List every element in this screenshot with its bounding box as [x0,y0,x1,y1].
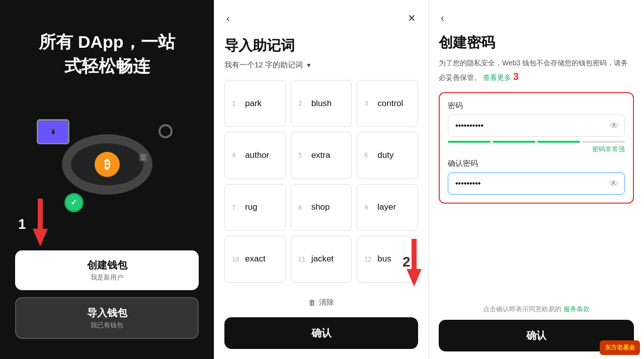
confirm-password-label: 确认密码 [448,159,625,168]
strength-label: 密码非常强 [448,145,625,154]
confirm-password-input[interactable] [448,173,624,194]
mnemonic-word-6[interactable]: 6 duty [357,132,418,178]
middle-confirm-button[interactable]: 确认 [224,317,418,349]
import-wallet-button[interactable]: 导入钱包 我已有钱包 [15,297,199,339]
bitcoin-icon: ₿ [95,152,120,177]
terms-link[interactable]: 服务条款 [564,305,590,313]
terms-text: 点击确认即表示同意欧易的 服务条款 [429,299,644,320]
middle-header: ‹ ✕ [214,0,428,31]
see-more-link[interactable]: 查看更多 [483,73,511,81]
mnemonic-word-7[interactable]: 7 rug [224,184,286,231]
mnemonic-word-8[interactable]: 8 shop [291,184,352,231]
close-icon[interactable]: ✕ [406,10,418,26]
mnemonic-type-selector[interactable]: 我有一个12 字的助记词 ▼ [214,58,428,77]
create-wallet-label: 创建钱包 [87,258,127,272]
create-wallet-sub: 我是新用户 [91,273,123,282]
mnemonic-word-12[interactable]: 12 bus [357,236,418,283]
mnemonic-word-11[interactable]: 11 jacket [291,236,352,283]
confirm-input-wrapper: 👁 [448,172,625,195]
mnemonic-word-1[interactable]: 1 park [224,80,286,127]
tablet-icon: 📱 [37,119,69,144]
strength-bar [448,141,625,143]
mnemonic-grid: 1 park 2 blush 3 control 4 author 5 extr… [214,77,428,293]
mnemonic-word-2[interactable]: 2 blush [291,80,352,127]
trash-icon: 🗑 [308,298,316,307]
mnemonic-word-3[interactable]: 3 control [357,80,418,127]
create-wallet-button[interactable]: 创建钱包 我是新用户 [15,250,199,290]
strength-seg-4 [582,141,625,143]
password-input-wrapper: 👁 [448,115,625,137]
chevron-down-icon: ▼ [306,62,312,69]
wallet-buttons: 创建钱包 我是新用户 导入钱包 我已有钱包 [15,250,199,339]
right-header: ‹ [429,0,644,31]
watermark: 东方老基金 [600,340,640,355]
circle-decoration [158,124,173,138]
import-wallet-label: 导入钱包 [87,306,127,320]
mnemonic-word-4[interactable]: 4 author [224,132,286,178]
panel-right: ‹ 创建密码 为了您的隐私安全，Web3 钱包不会存储您的钱包密码，请务必妥善保… [429,0,644,359]
panel-left-title: 所有 DApp，一站式轻松畅连 [39,30,175,78]
panel-left: 所有 DApp，一站式轻松畅连 📱 ₿ ✓ 创建钱包 我是新用户 导入钱包 我已… [0,0,214,359]
panel-middle: ‹ ✕ 导入助记词 我有一个12 字的助记词 ▼ 1 park 2 blush … [214,0,429,359]
right-title: 创建密码 [429,31,644,57]
import-wallet-sub: 我已有钱包 [91,321,123,330]
right-description: 为了您的隐私安全，Web3 钱包不会存储您的钱包密码，请务必妥善保管。 查看更多… [429,57,644,92]
middle-title: 导入助记词 [214,31,428,58]
mnemonic-word-5[interactable]: 5 extra [291,132,352,178]
coin-icon: ✓ [64,193,84,212]
mnemonic-word-9[interactable]: 9 layer [357,184,418,231]
device-illustration: 📱 ₿ ✓ [37,109,178,220]
clear-label: 清除 [319,298,334,307]
mnemonic-type-label: 我有一个12 字的助记词 [224,60,303,70]
password-field-label: 密码 [448,101,625,111]
step-3-label: 3 [513,68,519,84]
password-section: 密码 👁 密码非常强 确认密码 👁 [439,92,634,204]
back-icon[interactable]: ‹ [224,11,232,26]
strength-seg-1 [448,141,491,143]
eye-icon[interactable]: 👁 [610,121,619,131]
mnemonic-word-10[interactable]: 10 exact [224,236,286,283]
ring-illustration: ₿ [62,134,152,195]
strength-seg-2 [493,141,535,143]
strength-seg-3 [537,141,580,143]
clear-button[interactable]: 🗑 清除 [214,293,428,312]
right-back-icon[interactable]: ‹ [439,10,446,26]
password-input[interactable] [448,115,625,137]
confirm-eye-icon[interactable]: 👁 [609,178,618,189]
